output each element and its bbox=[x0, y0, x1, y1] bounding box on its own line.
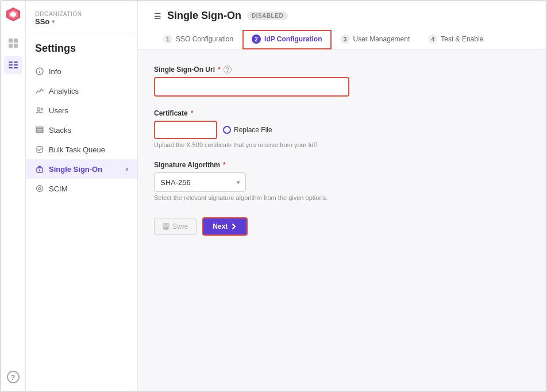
svg-rect-7 bbox=[9, 62, 13, 63]
signature-algorithm-hint: Select the relevant signature algorithm … bbox=[154, 194, 530, 201]
sidebar-item-analytics-label: Analytics bbox=[49, 87, 79, 95]
tab-label-idp-config: IdP Configuration bbox=[264, 35, 322, 43]
info-icon bbox=[35, 67, 44, 76]
svg-rect-28 bbox=[164, 226, 168, 229]
svg-point-16 bbox=[37, 108, 40, 111]
users-icon bbox=[35, 106, 44, 115]
scim-icon bbox=[35, 184, 44, 193]
rail-grid-icon[interactable] bbox=[4, 34, 22, 52]
tab-test-enable[interactable]: 4 Test & Enable bbox=[419, 30, 492, 49]
sso-url-help-icon[interactable]: ? bbox=[224, 66, 232, 74]
next-button[interactable]: Next bbox=[202, 217, 248, 236]
svg-rect-3 bbox=[9, 39, 13, 43]
svg-point-24 bbox=[37, 186, 43, 192]
tab-label-sso-config: SSO Configuration bbox=[176, 35, 233, 43]
app-logo[interactable] bbox=[5, 6, 21, 22]
svg-rect-14 bbox=[39, 71, 40, 73]
certificate-group: Certificate* Replace File Upload the X.5… bbox=[154, 109, 530, 148]
sidebar: Organization SSo ▾ Settings I bbox=[26, 1, 138, 391]
main-content: ☰ Single Sign-On Disabled 1 SSO Configur… bbox=[138, 1, 546, 391]
tab-sso-configuration[interactable]: 1 SSO Configuration bbox=[154, 30, 242, 49]
chevron-right-icon: › bbox=[126, 165, 128, 173]
save-label: Save bbox=[172, 222, 188, 230]
certificate-input[interactable] bbox=[154, 121, 217, 139]
cert-row: Replace File bbox=[154, 121, 530, 139]
sso-url-label: Single Sign-On Url* ? bbox=[154, 66, 530, 74]
svg-rect-4 bbox=[14, 39, 18, 43]
sidebar-item-users-label: Users bbox=[49, 106, 68, 115]
bulk-task-icon bbox=[35, 145, 44, 154]
svg-rect-20 bbox=[36, 127, 43, 129]
sso-icon bbox=[35, 164, 44, 174]
page-title: Single Sign-On bbox=[167, 10, 241, 22]
svg-rect-5 bbox=[9, 44, 13, 48]
sidebar-item-info[interactable]: Info bbox=[26, 62, 137, 81]
radio-circle-icon bbox=[223, 126, 231, 134]
svg-rect-12 bbox=[14, 67, 18, 68]
tab-user-management[interactable]: 3 User Management bbox=[332, 30, 419, 49]
svg-rect-18 bbox=[36, 131, 43, 133]
sso-url-group: Single Sign-On Url* ? bbox=[154, 66, 530, 97]
sidebar-title: Settings bbox=[26, 38, 137, 62]
sso-url-input[interactable] bbox=[154, 77, 349, 97]
rail-help-icon[interactable]: ? bbox=[7, 371, 20, 383]
tab-label-test-enable: Test & Enable bbox=[441, 35, 483, 43]
certificate-hint: Upload the X.509 certificate that you re… bbox=[154, 141, 530, 148]
svg-rect-27 bbox=[165, 224, 168, 226]
rail-settings-icon[interactable] bbox=[4, 56, 22, 74]
sidebar-item-bulk-task-queue-label: Bulk Task Queue bbox=[49, 145, 105, 154]
certificate-label: Certificate* bbox=[154, 109, 530, 117]
svg-point-15 bbox=[39, 70, 40, 71]
svg-rect-8 bbox=[14, 62, 18, 63]
tab-num-1: 1 bbox=[163, 34, 172, 44]
form-area: Single Sign-On Url* ? Certificate* Rep bbox=[138, 49, 546, 391]
next-label: Next bbox=[213, 222, 228, 230]
svg-rect-6 bbox=[14, 44, 18, 48]
org-name: SSo ▾ bbox=[35, 17, 128, 26]
save-button[interactable]: Save bbox=[154, 218, 197, 235]
button-row: Save Next bbox=[154, 217, 530, 236]
signature-algorithm-select-wrapper: SHA-256 SHA-1 RSA-SHA256 ▾ bbox=[154, 172, 246, 192]
sidebar-item-single-sign-on-label: Single Sign-On bbox=[49, 165, 102, 174]
cert-required: * bbox=[191, 109, 194, 117]
sidebar-item-stacks[interactable]: Stacks bbox=[26, 120, 137, 140]
tab-num-2: 2 bbox=[252, 34, 261, 44]
analytics-icon bbox=[35, 86, 44, 95]
tab-num-3: 3 bbox=[341, 34, 350, 44]
svg-point-17 bbox=[41, 108, 43, 110]
signature-algorithm-label: Signature Algorithm* bbox=[154, 161, 530, 169]
svg-point-25 bbox=[38, 187, 41, 190]
page-header: ☰ Single Sign-On Disabled 1 SSO Configur… bbox=[138, 1, 546, 49]
sig-required: * bbox=[223, 161, 226, 169]
sidebar-item-users[interactable]: Users bbox=[26, 101, 137, 120]
icon-rail: ? bbox=[1, 1, 26, 391]
disabled-badge: Disabled bbox=[247, 11, 288, 20]
replace-file-button[interactable]: Replace File bbox=[223, 126, 272, 134]
sidebar-item-analytics[interactable]: Analytics bbox=[26, 81, 137, 101]
svg-rect-11 bbox=[9, 67, 13, 68]
chevron-down-icon: ▾ bbox=[52, 18, 55, 25]
hamburger-icon[interactable]: ☰ bbox=[154, 11, 161, 21]
sidebar-item-info-label: Info bbox=[49, 67, 61, 76]
svg-rect-9 bbox=[9, 64, 13, 66]
tab-num-4: 4 bbox=[428, 34, 437, 44]
signature-algorithm-select[interactable]: SHA-256 SHA-1 RSA-SHA256 bbox=[154, 172, 246, 192]
save-icon bbox=[163, 223, 170, 230]
sidebar-item-scim[interactable]: SCIM bbox=[26, 179, 137, 198]
org-selector[interactable]: Organization SSo ▾ bbox=[26, 11, 137, 33]
svg-rect-10 bbox=[14, 64, 18, 66]
signature-algorithm-group: Signature Algorithm* SHA-256 SHA-1 RSA-S… bbox=[154, 161, 530, 201]
svg-rect-19 bbox=[36, 129, 43, 131]
tabs-row: 1 SSO Configuration 2 IdP Configuration … bbox=[154, 30, 530, 49]
sidebar-item-single-sign-on[interactable]: Single Sign-On › bbox=[26, 159, 137, 179]
tab-idp-configuration[interactable]: 2 IdP Configuration bbox=[242, 30, 331, 49]
sidebar-item-bulk-task-queue[interactable]: Bulk Task Queue bbox=[26, 140, 137, 159]
replace-file-label: Replace File bbox=[234, 126, 272, 134]
sso-url-required: * bbox=[218, 66, 221, 74]
sidebar-item-stacks-label: Stacks bbox=[49, 126, 71, 134]
sidebar-item-scim-label: SCIM bbox=[49, 185, 68, 193]
help-circle-icon[interactable]: ? bbox=[7, 371, 20, 383]
stacks-icon bbox=[35, 125, 44, 134]
svg-point-23 bbox=[39, 170, 40, 171]
sidebar-nav: Info Analytics bbox=[26, 62, 137, 391]
